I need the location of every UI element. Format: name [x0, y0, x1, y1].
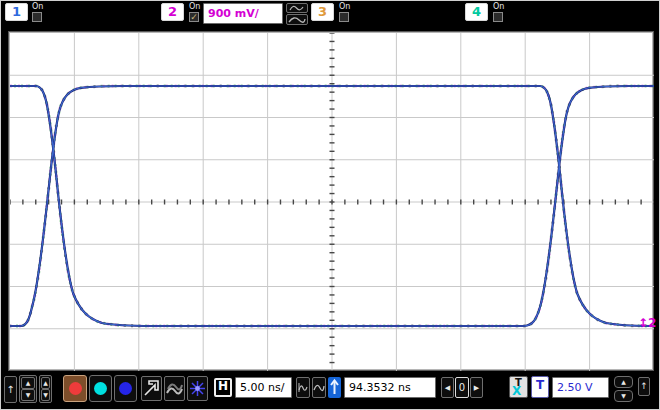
channel-2-on-label: On [189, 2, 200, 11]
trace-b-highlight [10, 86, 654, 326]
trigger-level-field[interactable]: 2.50 V [552, 377, 609, 398]
trigger-level-stepper: ▲ ▼ [613, 375, 634, 403]
trace-b-speckle [10, 86, 654, 326]
rising-edge-arrow-icon [328, 377, 341, 398]
checkmark: ✓ [190, 12, 198, 22]
collapse-toolbar-left-button[interactable]: ↑ [4, 376, 17, 403]
blue-circle-icon [119, 382, 132, 395]
compressed-sine-icon [297, 378, 309, 397]
vertical-scale-down-button[interactable] [286, 14, 308, 25]
trace-a-core [10, 86, 654, 326]
channel-1-button[interactable]: 1 [5, 3, 28, 21]
updown-arrow-icon: ↕ [638, 316, 648, 330]
channel-4-on-checkbox[interactable] [493, 12, 503, 22]
trace-a-speckle [10, 86, 654, 326]
sine-large-icon [287, 15, 307, 24]
red-circle-icon [69, 382, 82, 395]
marker-channel-number: 2 [648, 316, 656, 330]
channel-3-button[interactable]: 3 [311, 3, 334, 21]
fine-step-up-button[interactable]: ▲ [41, 377, 50, 389]
persistence-button[interactable] [164, 376, 185, 401]
run-button[interactable] [63, 375, 87, 402]
trace-a-highlight [10, 86, 654, 326]
channel-2-button[interactable]: 2 [161, 3, 184, 21]
delay-increment-button[interactable]: ▶ [470, 377, 483, 398]
channel-3-on-checkbox[interactable] [339, 12, 349, 22]
display-intensity-button[interactable] [187, 376, 208, 401]
step-down-button[interactable]: ▼ [21, 389, 35, 401]
channel-2-reference-marker[interactable]: ↕2 [638, 317, 656, 329]
fine-step-down-button[interactable]: ▼ [41, 389, 50, 401]
vertical-position-stepper: ▲ ▼ [19, 375, 37, 403]
stop-button[interactable] [114, 375, 137, 402]
collapse-toolbar-right-button[interactable]: ↑ [638, 377, 650, 396]
channel-bar: 1 On 2 On ✓ 900 mV/ 3 On 4 On [1, 1, 659, 30]
delay-decrement-button[interactable]: ◀ [441, 377, 454, 398]
waveform-traces [10, 33, 654, 371]
channel-1-on-checkbox[interactable] [32, 12, 42, 22]
channel-2-scale-field[interactable]: 900 mV/ [203, 3, 283, 24]
channel-2-on-checkbox[interactable]: ✓ [189, 12, 199, 22]
zoom-out-time-button[interactable] [312, 377, 326, 398]
oscilloscope-screen: 1 On 2 On ✓ 900 mV/ 3 On 4 On [0, 0, 660, 410]
delay-zero-button[interactable]: 0 [455, 377, 469, 398]
vertical-scale-up-button[interactable] [286, 3, 308, 13]
trace-b-speckle-green [10, 86, 654, 326]
wide-sine-icon [313, 378, 325, 397]
horizontal-delay-field[interactable]: 94.3532 ns [344, 377, 436, 398]
zoom-in-time-button[interactable] [296, 377, 310, 398]
trigger-menu-button[interactable]: T [531, 376, 549, 398]
fine-position-stepper: ▲ ▼ [39, 375, 52, 403]
trigger-position-button[interactable]: T X [509, 376, 528, 398]
sine-small-icon [287, 4, 307, 12]
cyan-circle-icon [94, 382, 107, 395]
export-waveform-button[interactable] [141, 376, 162, 401]
trace-a-speckle-green [10, 86, 654, 326]
waveform-display: ↕2 [9, 32, 653, 370]
level-down-button[interactable]: ▼ [614, 390, 633, 402]
bottom-toolbar: ↑ ▲ ▼ ▲ ▼ [1, 371, 659, 409]
starburst-icon [188, 377, 207, 400]
channel-4-button[interactable]: 4 [465, 3, 488, 21]
single-button[interactable] [89, 375, 112, 402]
channel-1-on-label: On [32, 2, 43, 11]
trace-b-core [10, 86, 654, 326]
persistence-3d-icon [165, 377, 184, 400]
horizontal-menu-button[interactable]: H [214, 378, 232, 397]
flag-arrow-icon [142, 377, 161, 400]
horizontal-scale-field[interactable]: 5.00 ns/ [235, 377, 292, 398]
step-up-button[interactable]: ▲ [21, 377, 35, 389]
level-up-button[interactable]: ▲ [614, 376, 633, 388]
trigger-slope-indicator[interactable] [328, 377, 341, 398]
channel-3-on-label: On [339, 2, 350, 11]
tx-x-glyph: X [512, 384, 521, 398]
channel-4-on-label: On [493, 2, 504, 11]
